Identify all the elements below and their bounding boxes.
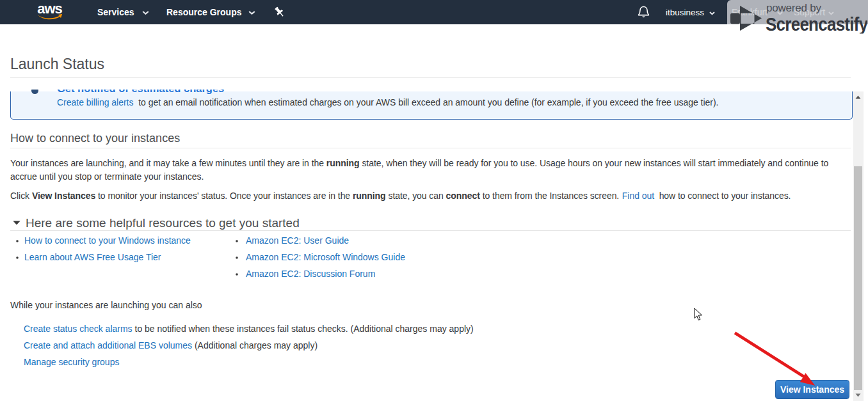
svg-text:aws: aws <box>37 1 62 17</box>
